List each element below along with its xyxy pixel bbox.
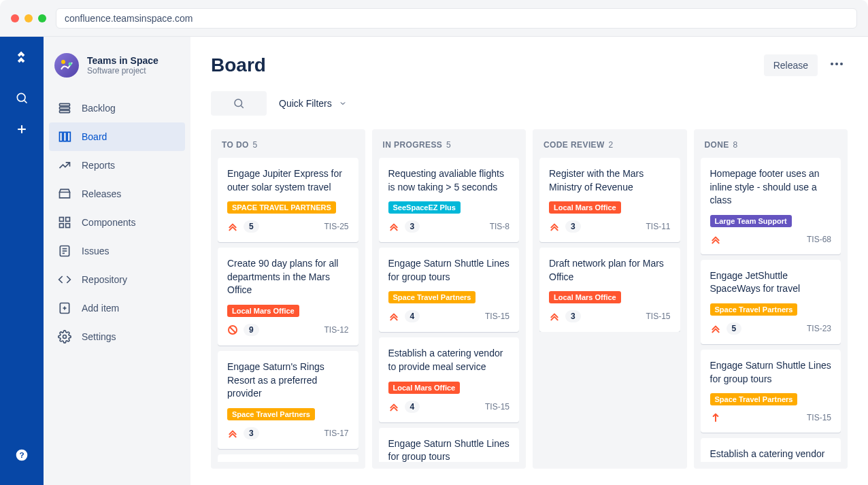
project-header[interactable]: Teams in Space Software project [44,50,190,90]
sidebar-item-releases[interactable]: Releases [49,180,185,208]
story-points-badge: 3 [405,220,420,233]
issue-key: TIS-15 [807,413,831,422]
story-points-badge: 4 [405,310,420,322]
issue-key: TIS-23 [807,324,831,333]
issues-icon [57,244,72,258]
svg-rect-15 [66,218,70,222]
card-title: Register with the Mars Ministry of Reven… [549,167,671,194]
releases-icon [57,186,72,201]
issue-card[interactable]: Engage Saturn Shuttle Lines for group to… [379,428,520,462]
release-button[interactable]: Release [764,54,818,76]
svg-rect-10 [60,110,70,112]
issue-card[interactable]: Engage Saturn Shuttle Lines for group to… [379,248,520,332]
board-icon [57,129,72,144]
sidebar-item-components[interactable]: Components [49,208,185,237]
priority-icon [710,412,721,423]
card-title: Establish a catering vendor to provide m… [710,448,832,462]
svg-rect-14 [60,218,64,222]
project-avatar [54,53,79,78]
story-points-badge: 5 [244,220,259,233]
issue-key: TIS-12 [324,325,348,335]
story-points-badge: 3 [565,310,581,322]
sidebar-item-reports[interactable]: Reports [49,151,185,180]
svg-rect-12 [63,132,66,141]
sidebar: Teams in Space Software project BacklogB… [44,37,190,485]
issue-card[interactable]: Create 90 day plans for all departments … [218,248,358,346]
quick-filters-dropdown[interactable]: Quick Filters [279,98,347,109]
maximize-window-icon[interactable] [38,14,46,22]
svg-point-25 [63,335,67,339]
epic-tag: Large Team Support [710,215,792,227]
priority-icon [227,428,238,439]
global-search-icon[interactable] [8,84,35,112]
column-header: TO DO 5 [218,136,358,158]
issue-card[interactable]: Requesting avaliable flights is now taki… [379,158,520,242]
issue-key: TIS-68 [807,235,831,244]
column-header: CODE REVIEW 2 [539,136,680,158]
issue-key: TIS-25 [324,222,348,231]
epic-tag: Space Travel Partners [710,393,798,405]
issue-card[interactable]: Draft network plan for Mars OfficeLocal … [539,248,680,332]
issue-card[interactable]: Establish a catering vendor to provide m… [379,337,520,422]
priority-icon [549,221,560,232]
svg-rect-8 [60,103,70,105]
svg-text:?: ? [19,450,24,459]
issue-card[interactable]: Engage Saturn's Rings Resort as a prefer… [218,351,358,449]
priority-icon [388,401,399,412]
help-icon[interactable]: ? [8,441,35,469]
epic-tag: SeeSpaceEZ Plus [388,201,461,214]
sidebar-item-label: Backlog [82,103,116,114]
svg-rect-16 [60,224,64,228]
svg-rect-11 [60,132,63,141]
epic-tag: Local Mars Office [227,305,299,317]
global-create-icon[interactable] [8,116,35,143]
repository-icon [57,272,72,287]
card-title: Engage Saturn's Rings Resort as a prefer… [227,361,349,401]
quick-filters-label: Quick Filters [279,98,332,109]
sidebar-item-add-item[interactable]: Add item [49,294,185,322]
issue-card[interactable]: Engage Jupiter Express for outer solar s… [218,158,358,242]
sidebar-item-label: Releases [82,188,121,199]
more-menu-icon[interactable] [826,53,848,78]
issue-card[interactable]: Homepage footer uses an inline style - s… [701,158,841,254]
column-header: IN PROGRESS 5 [379,136,520,158]
issue-card[interactable]: Register with the Mars Ministry of Reven… [539,158,680,242]
sidebar-item-board[interactable]: Board [49,122,185,151]
sidebar-item-repository[interactable]: Repository [49,265,185,294]
sidebar-item-label: Reports [82,160,115,171]
story-points-badge: 3 [565,220,581,233]
card-title: Engage Saturn Shuttle Lines for group to… [388,437,510,462]
card-title: Create 90 day plans for all departments … [227,257,349,297]
priority-icon [227,324,238,335]
card-title: Draft network plan for Mars Office [549,257,671,284]
issue-key: TIS-8 [490,222,510,231]
board-search[interactable] [211,91,267,116]
svg-point-6 [61,60,65,64]
card-title: Homepage footer uses an inline style - s… [710,167,832,207]
issue-card[interactable]: Engage JetShuttle SpaceWays for travelSp… [701,260,841,344]
issue-card[interactable]: Engage Saturn Shuttle Lines for group to… [701,350,841,433]
issue-card[interactable]: Establish a catering vendor to provide m… [701,438,841,462]
card-title: Engage JetShuttle SpaceWays for travel [710,269,832,296]
epic-tag: Local Mars Office [388,382,461,394]
story-points-badge: 5 [727,322,742,335]
close-window-icon[interactable] [11,14,19,22]
minimize-window-icon[interactable] [24,14,33,22]
sidebar-item-settings[interactable]: Settings [49,322,185,351]
priority-icon [710,234,721,245]
story-points-badge: 4 [405,401,420,413]
issue-key: TIS-17 [324,429,348,438]
epic-tag: Local Mars Office [549,201,621,214]
epic-tag: Space Travel Partners [227,408,315,420]
board-column: CODE REVIEW 2Register with the Mars Mini… [533,129,687,469]
svg-rect-9 [60,107,70,109]
sidebar-item-label: Issues [82,246,109,256]
epic-tag: Local Mars Office [549,291,621,303]
project-type: Software project [87,66,158,76]
url-bar[interactable]: confluence.teamsinspace.com [56,8,857,29]
sidebar-item-issues[interactable]: Issues [49,237,185,265]
jira-logo-icon[interactable] [12,49,31,68]
sidebar-item-backlog[interactable]: Backlog [49,94,185,122]
issue-card[interactable]: Enable Speedy SpaceCraft as the preferre… [218,454,358,462]
svg-rect-17 [66,224,70,228]
